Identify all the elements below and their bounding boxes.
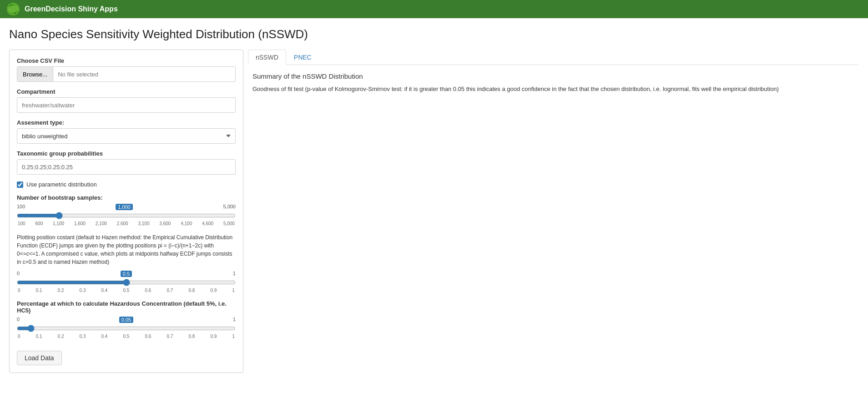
parametric-checkbox[interactable] — [17, 181, 23, 188]
summary-title: Summary of the nSSWD Distribution — [252, 72, 854, 80]
bootstrap-label: Number of bootstrap samples: — [17, 194, 236, 201]
compartment-label: Compartment — [17, 88, 236, 95]
compartment-input[interactable] — [17, 97, 236, 113]
bootstrap-min-label: 100 — [17, 204, 25, 210]
hc-ticks: 0 0.1 0.2 0.3 0.4 0.5 0.6 0.7 0.8 0.9 1 — [17, 334, 236, 339]
plotting-max-label: 1 — [233, 271, 236, 277]
tab-pnec[interactable]: PNEC — [286, 50, 319, 65]
taxonomic-label: Taxonomic group probabilities — [17, 150, 236, 157]
hc-max-label: 1 — [233, 317, 236, 323]
app-logo — [6, 2, 20, 16]
compartment-group: Compartment — [17, 88, 236, 113]
browse-button[interactable]: Browse... — [17, 67, 53, 81]
hc-current-value: 0.05 — [119, 317, 133, 323]
assessment-select[interactable]: biblio unweighted biblio weighted expert — [17, 128, 236, 144]
bootstrap-value-row: 100 1,000 5,000 — [17, 204, 236, 210]
right-panel: nSSWD PNEC Summary of the nSSWD Distribu… — [243, 50, 859, 94]
page-title: Nano Species Sensitivity Weighted Distri… — [9, 27, 859, 41]
load-data-button[interactable]: Load Data — [17, 351, 62, 365]
navbar-title: GreenDecision Shiny Apps — [25, 5, 118, 13]
goodness-text: Goodness of fit test (p-value of Kolmogo… — [252, 85, 854, 94]
tabs-container: nSSWD PNEC — [248, 50, 859, 65]
hc-label: Percentage at which to calculate Hazardo… — [17, 300, 236, 314]
bootstrap-current-value: 1,000 — [116, 204, 133, 210]
taxonomic-group: Taxonomic group probabilities — [17, 150, 236, 175]
page: Nano Species Sensitivity Weighted Distri… — [0, 18, 868, 382]
parametric-checkbox-row: Use parametric distribution — [17, 181, 236, 188]
bootstrap-slider-container — [17, 211, 236, 220]
bootstrap-ticks: 100 600 1,100 1,600 2,100 2,600 3,100 3,… — [17, 221, 236, 226]
bootstrap-max-label: 5,000 — [223, 204, 236, 210]
file-input-row: Browse... No file selected — [17, 66, 236, 82]
csv-label: Choose CSV File — [17, 57, 236, 64]
bootstrap-slider[interactable] — [17, 212, 236, 219]
plotting-value-row: 0 0.5 1 — [17, 271, 236, 277]
hc-value-row: 0 0.05 1 — [17, 317, 236, 323]
plotting-slider-section: 0 0.5 1 0 0.1 0.2 0.3 0.4 0.5 0.6 0.7 0.… — [17, 271, 236, 293]
tab-nsswd[interactable]: nSSWD — [248, 50, 286, 65]
svg-point-3 — [8, 5, 18, 13]
navbar: GreenDecision Shiny Apps — [0, 0, 868, 18]
parametric-checkbox-label: Use parametric distribution — [26, 181, 97, 188]
plotting-current-value: 0.5 — [121, 271, 132, 277]
hc-min-label: 0 — [17, 317, 20, 323]
plotting-description: Plotting position costant (default to Ha… — [17, 233, 236, 266]
assessment-label: Assesment type: — [17, 119, 236, 126]
content-area: Summary of the nSSWD Distribution Goodne… — [248, 72, 859, 94]
plotting-slider[interactable] — [17, 279, 236, 286]
assessment-group: Assesment type: biblio unweighted biblio… — [17, 119, 236, 144]
bootstrap-slider-section: Number of bootstrap samples: 100 1,000 5… — [17, 194, 236, 226]
hc-slider[interactable] — [17, 325, 236, 332]
plotting-min-label: 0 — [17, 271, 20, 277]
plotting-ticks: 0 0.1 0.2 0.3 0.4 0.5 0.6 0.7 0.8 0.9 1 — [17, 288, 236, 293]
hc-slider-section: Percentage at which to calculate Hazardo… — [17, 300, 236, 339]
plotting-slider-container — [17, 278, 236, 287]
file-name-display: No file selected — [53, 71, 235, 78]
csv-file-group: Choose CSV File Browse... No file select… — [17, 57, 236, 82]
hc-slider-container — [17, 324, 236, 333]
main-layout: Choose CSV File Browse... No file select… — [9, 50, 859, 373]
taxonomic-input[interactable] — [17, 159, 236, 175]
sidebar-panel: Choose CSV File Browse... No file select… — [9, 50, 243, 373]
